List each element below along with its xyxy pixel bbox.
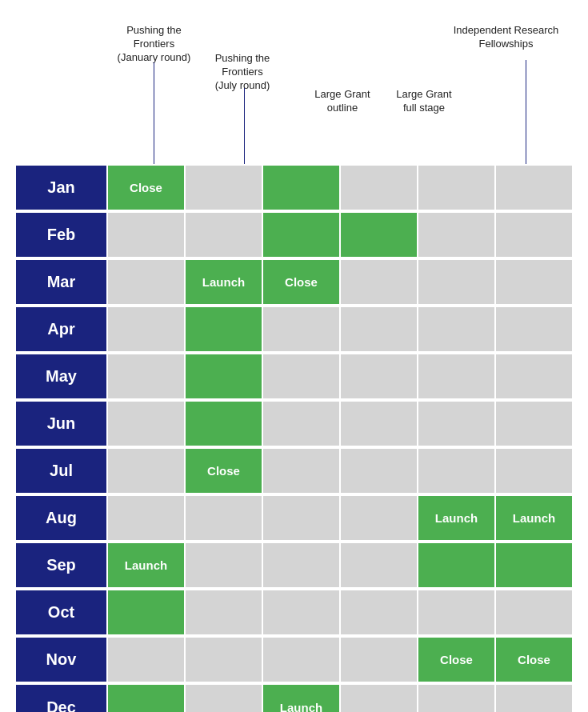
grid-row: Oct <box>16 590 572 638</box>
grid-row: DecLaunch <box>16 685 572 712</box>
data-cell <box>418 213 496 258</box>
col1-line <box>154 62 154 164</box>
data-cell <box>496 166 572 211</box>
data-cell <box>263 307 341 353</box>
month-label: May <box>16 354 108 400</box>
data-cell <box>341 496 418 542</box>
grid-row: Feb <box>16 213 572 260</box>
data-cell <box>496 213 572 258</box>
data-cell <box>186 307 263 353</box>
data-cell <box>186 213 263 258</box>
data-cell <box>263 213 341 258</box>
data-cell <box>418 685 496 712</box>
main-container: Pushing the Frontiers(January round) Pus… <box>16 16 572 712</box>
month-label: Sep <box>16 543 108 589</box>
month-label: Dec <box>16 685 108 712</box>
data-cell <box>496 354 572 400</box>
data-cell <box>186 638 263 683</box>
data-cell <box>341 402 418 447</box>
data-cell <box>263 402 341 447</box>
data-cell <box>418 166 496 211</box>
grid-row: May <box>16 354 572 402</box>
data-cell: Close <box>108 166 186 211</box>
month-label: Feb <box>16 213 108 258</box>
data-cell <box>263 590 341 636</box>
month-label: Oct <box>16 590 108 636</box>
col5-label: Independent Research Fellowships <box>440 24 572 51</box>
data-cell <box>341 638 418 683</box>
month-label: Nov <box>16 638 108 683</box>
data-cell <box>186 354 263 400</box>
grid-row: Jun <box>16 402 572 449</box>
data-cell <box>418 260 496 306</box>
data-cell <box>418 590 496 636</box>
data-cell <box>263 496 341 542</box>
data-cell: Launch <box>263 685 341 712</box>
col5-line <box>526 60 526 164</box>
col2-line <box>244 88 245 164</box>
data-cell <box>341 354 418 400</box>
data-cell: Launch <box>108 543 186 589</box>
data-cell <box>418 354 496 400</box>
data-cell <box>186 685 263 712</box>
data-cell <box>108 354 186 400</box>
col3-label: Large Grantoutline <box>306 88 378 115</box>
data-cell <box>341 260 418 306</box>
data-cell <box>341 543 418 589</box>
col4-label: Large Grantfull stage <box>388 88 460 115</box>
month-label: Jun <box>16 402 108 447</box>
data-cell: Close <box>263 260 341 306</box>
data-cell: Close <box>496 638 572 683</box>
calendar-grid: JanCloseFebMarLaunchCloseAprMayJunJulClo… <box>16 164 572 712</box>
col2-label: Pushing the Frontiers(July round) <box>194 52 290 93</box>
data-cell <box>108 260 186 306</box>
month-label: Jan <box>16 166 108 211</box>
data-cell <box>496 402 572 447</box>
data-cell: Launch <box>496 496 572 542</box>
data-cell <box>496 590 572 636</box>
grid-row: AugLaunchLaunch <box>16 496 572 543</box>
grid-row: JulClose <box>16 449 572 496</box>
month-label: Mar <box>16 260 108 306</box>
data-cell <box>186 590 263 636</box>
data-cell <box>263 638 341 683</box>
grid-row: JanClose <box>16 166 572 213</box>
month-label: Jul <box>16 449 108 494</box>
grid-row: NovCloseClose <box>16 638 572 685</box>
data-cell <box>186 496 263 542</box>
data-cell <box>341 590 418 636</box>
data-cell <box>108 307 186 353</box>
data-cell <box>263 166 341 211</box>
data-cell <box>496 307 572 353</box>
data-cell <box>263 354 341 400</box>
month-label: Aug <box>16 496 108 542</box>
col1-label: Pushing the Frontiers(January round) <box>108 24 200 65</box>
data-cell <box>418 307 496 353</box>
grid-row: MarLaunchClose <box>16 260 572 307</box>
data-cell <box>341 449 418 494</box>
data-cell <box>341 166 418 211</box>
data-cell <box>418 402 496 447</box>
data-cell <box>341 213 418 258</box>
data-cell <box>496 260 572 306</box>
grid-row: SepLaunch <box>16 543 572 590</box>
data-cell: Launch <box>418 496 496 542</box>
data-cell: Launch <box>186 260 263 306</box>
data-cell <box>186 166 263 211</box>
header-area: Pushing the Frontiers(January round) Pus… <box>108 24 572 164</box>
data-cell <box>108 213 186 258</box>
data-cell <box>108 449 186 494</box>
data-cell <box>418 543 496 589</box>
data-cell <box>108 496 186 542</box>
grid-row: Apr <box>16 307 572 354</box>
data-cell <box>108 590 186 636</box>
data-cell <box>108 402 186 447</box>
data-cell <box>108 638 186 683</box>
data-cell <box>496 449 572 494</box>
data-cell <box>263 543 341 589</box>
data-cell <box>496 543 572 589</box>
data-cell <box>263 449 341 494</box>
data-cell: Close <box>418 638 496 683</box>
data-cell: Close <box>186 449 263 494</box>
data-cell <box>341 685 418 712</box>
